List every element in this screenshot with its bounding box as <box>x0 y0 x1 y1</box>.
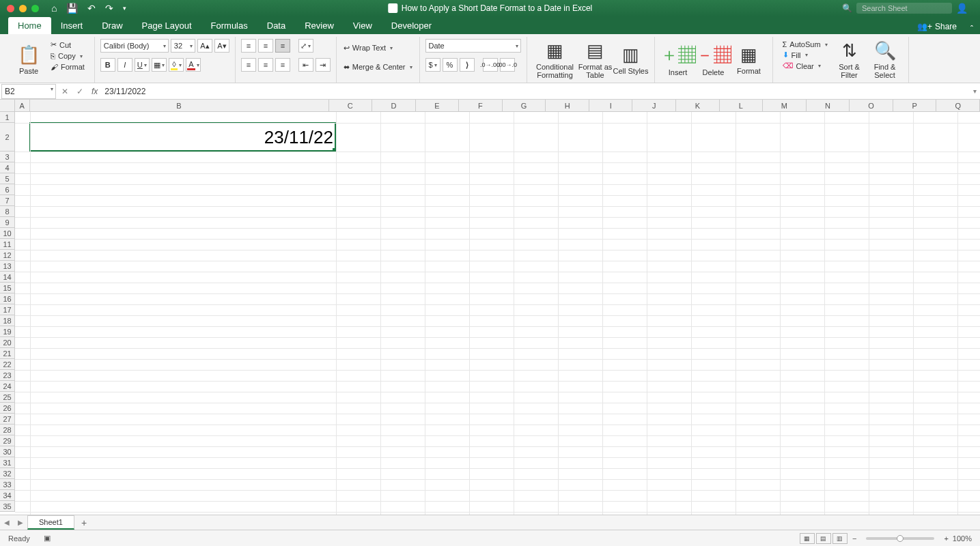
paste-button[interactable]: 📋 Paste <box>11 38 46 81</box>
row-header-29[interactable]: 29 <box>0 435 14 446</box>
col-header-a[interactable]: A <box>15 100 30 111</box>
number-format-select[interactable]: Date <box>425 39 521 53</box>
enter-formula-icon[interactable]: ✓ <box>72 87 87 96</box>
zoom-level[interactable]: 100% <box>953 534 972 543</box>
border-button[interactable]: ▦▾ <box>152 58 167 72</box>
fill-button[interactable]: ⬇Fill▾ <box>781 50 829 60</box>
col-header-j[interactable]: J <box>632 100 676 111</box>
macro-record-icon[interactable]: ▣ <box>44 534 51 543</box>
row-header-16[interactable]: 16 <box>0 293 14 304</box>
font-name-select[interactable]: Calibri (Body) <box>100 39 169 53</box>
tab-review[interactable]: Review <box>295 17 344 34</box>
increase-font-button[interactable]: A▴ <box>197 39 212 53</box>
tab-developer[interactable]: Developer <box>382 17 441 34</box>
home-icon[interactable]: ⌂ <box>51 3 57 14</box>
col-header-l[interactable]: L <box>720 100 764 111</box>
col-header-k[interactable]: K <box>676 100 720 111</box>
fill-color-button[interactable]: ◊▾ <box>169 58 184 72</box>
increase-indent-button[interactable]: ⇥ <box>316 58 331 72</box>
row-header-33[interactable]: 33 <box>0 479 14 490</box>
row-header-22[interactable]: 22 <box>0 359 14 370</box>
row-header-31[interactable]: 31 <box>0 457 14 468</box>
row-header-17[interactable]: 17 <box>0 304 14 315</box>
row-header-10[interactable]: 10 <box>0 228 14 239</box>
align-top-button[interactable]: ≡ <box>241 39 256 53</box>
accounting-format-button[interactable]: $▾ <box>425 58 440 72</box>
row-header-19[interactable]: 19 <box>0 326 14 337</box>
cut-button[interactable]: ✂Cut <box>49 40 86 50</box>
align-left-button[interactable]: ≡ <box>241 58 256 72</box>
minimize-window-icon[interactable] <box>19 5 27 12</box>
row-header-7[interactable]: 7 <box>0 195 14 206</box>
row-header-13[interactable]: 13 <box>0 261 14 272</box>
delete-cells-button[interactable]: －▦Delete <box>696 38 731 81</box>
zoom-slider[interactable] <box>866 537 934 540</box>
redo-icon[interactable]: ↷ <box>105 3 113 14</box>
tab-view[interactable]: View <box>344 17 382 34</box>
col-header-d[interactable]: D <box>372 100 416 111</box>
sheet-tab[interactable]: Sheet1 <box>27 515 74 530</box>
align-middle-button[interactable]: ≡ <box>258 39 273 53</box>
col-header-n[interactable]: N <box>807 100 850 111</box>
format-cells-button[interactable]: ▦Format <box>731 38 767 81</box>
decrease-indent-button[interactable]: ⇤ <box>298 58 313 72</box>
bold-button[interactable]: B <box>100 58 115 72</box>
percent-format-button[interactable]: % <box>443 58 458 72</box>
row-header-28[interactable]: 28 <box>0 425 14 435</box>
autosum-button[interactable]: ΣAutoSum▾ <box>781 40 829 49</box>
row-header-18[interactable]: 18 <box>0 315 14 326</box>
page-layout-view-button[interactable]: ▤ <box>816 533 831 544</box>
orientation-button[interactable]: ⤢▾ <box>298 39 313 53</box>
qat-dropdown-icon[interactable]: ▾ <box>123 5 126 12</box>
share-button[interactable]: 👥+Share <box>910 19 964 34</box>
row-header-9[interactable]: 9 <box>0 217 14 228</box>
zoom-in-button[interactable]: + <box>944 534 948 543</box>
search-input[interactable]: Search Sheet <box>856 3 952 14</box>
row-header-27[interactable]: 27 <box>0 414 14 425</box>
tab-formulas[interactable]: Formulas <box>201 17 257 34</box>
zoom-out-button[interactable]: − <box>852 534 856 543</box>
formula-input[interactable]: 23/11/2022 <box>102 87 969 96</box>
font-color-button[interactable]: A▾ <box>186 58 201 72</box>
name-box[interactable]: B2 <box>1 84 56 99</box>
col-header-p[interactable]: P <box>893 100 937 111</box>
row-header-32[interactable]: 32 <box>0 468 14 479</box>
row-header-25[interactable]: 25 <box>0 392 14 403</box>
row-header-4[interactable]: 4 <box>0 162 14 173</box>
sort-filter-button[interactable]: ⇅Sort & Filter <box>832 38 867 81</box>
decrease-font-button[interactable]: A▾ <box>214 39 229 53</box>
tab-draw[interactable]: Draw <box>92 17 132 34</box>
close-window-icon[interactable] <box>7 5 14 12</box>
col-header-o[interactable]: O <box>850 100 893 111</box>
fx-icon[interactable]: fx <box>87 87 102 96</box>
row-header-14[interactable]: 14 <box>0 272 14 283</box>
fullscreen-window-icon[interactable] <box>31 5 39 12</box>
row-header-12[interactable]: 12 <box>0 250 14 261</box>
italic-button[interactable]: I <box>117 58 132 72</box>
col-header-f[interactable]: F <box>459 100 503 111</box>
row-header-21[interactable]: 21 <box>0 348 14 359</box>
tab-home[interactable]: Home <box>8 17 51 34</box>
save-icon[interactable]: 💾 <box>66 3 78 14</box>
add-sheet-button[interactable]: + <box>74 517 94 528</box>
row-header-1[interactable]: 1 <box>0 112 14 123</box>
normal-view-button[interactable]: ▦ <box>800 533 815 544</box>
underline-button[interactable]: U▾ <box>135 58 150 72</box>
align-right-button[interactable]: ≡ <box>275 58 290 72</box>
cell-styles-button[interactable]: ▥Cell Styles <box>613 38 649 81</box>
col-header-g[interactable]: G <box>503 100 546 111</box>
col-header-h[interactable]: H <box>546 100 589 111</box>
sheet-nav-next-icon[interactable]: ▶ <box>14 519 27 526</box>
insert-cells-button[interactable]: ＋▦Insert <box>660 38 696 81</box>
col-header-q[interactable]: Q <box>936 100 980 111</box>
undo-icon[interactable]: ↶ <box>87 3 96 14</box>
col-header-e[interactable]: E <box>416 100 460 111</box>
increase-decimal-button[interactable]: .0→.00 <box>483 58 498 72</box>
conditional-formatting-button[interactable]: ▦Conditional Formatting <box>533 38 578 81</box>
row-header-30[interactable]: 30 <box>0 446 14 457</box>
decrease-decimal-button[interactable]: .00→.0 <box>500 58 515 72</box>
row-header-2[interactable]: 2 <box>0 123 14 152</box>
copy-button[interactable]: ⎘Copy▾ <box>49 51 86 61</box>
user-icon[interactable]: 👤 <box>956 3 968 14</box>
col-header-b[interactable]: B <box>30 100 329 111</box>
